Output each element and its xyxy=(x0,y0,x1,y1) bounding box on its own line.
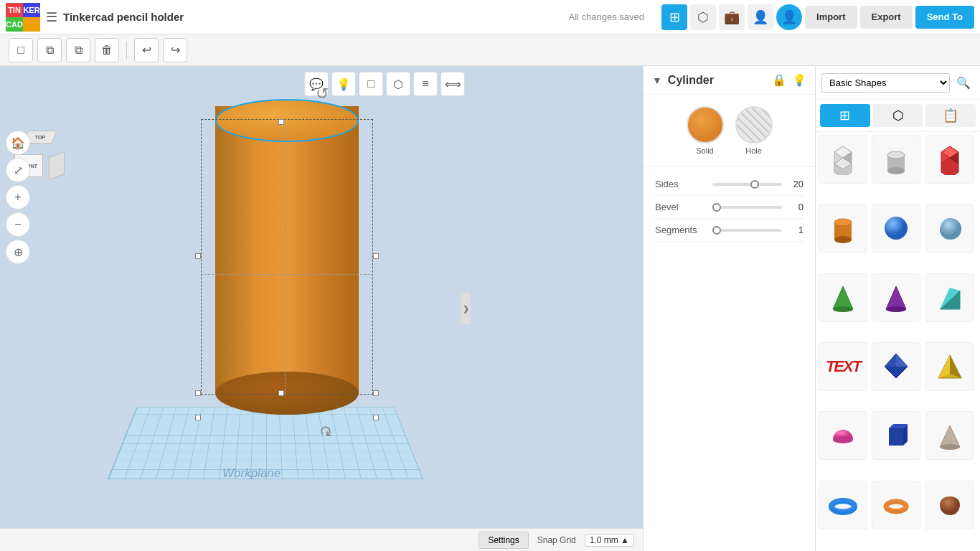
svg-point-17 xyxy=(833,306,853,312)
perspective-view-btn[interactable]: ⬡ xyxy=(690,4,716,30)
bevel-thumb[interactable] xyxy=(712,203,721,212)
svg-point-19 xyxy=(886,306,906,312)
bevel-slider[interactable] xyxy=(712,206,782,209)
shape-selector: Solid Hole xyxy=(644,95,815,166)
sides-thumb[interactable] xyxy=(750,180,759,189)
hole-option[interactable]: Hole xyxy=(735,106,773,155)
shape-box-red[interactable] xyxy=(925,135,974,184)
delete-btn[interactable]: 🗑 xyxy=(95,38,119,62)
shape-half-sphere-pink[interactable] xyxy=(819,411,867,460)
shape-diamond-blue[interactable] xyxy=(872,342,920,391)
svg-point-34 xyxy=(940,444,960,450)
rotate-bottom-handle[interactable]: ↺ xyxy=(319,421,332,440)
segments-label: Segments xyxy=(655,225,712,235)
shape-cone-purple[interactable] xyxy=(872,273,920,322)
canvas-area[interactable]: TOP FRONT 🏠 ⤢ + − ⊕ 💬 💡 □ ⬡ ≡ ⟺ xyxy=(0,66,643,551)
svg-point-14 xyxy=(834,219,852,226)
logo-k xyxy=(23,17,40,32)
project-title[interactable]: Tinkercad pencil holder xyxy=(63,11,184,23)
shape-cylinder-orange[interactable] xyxy=(819,204,867,253)
shape-cylinder-grey[interactable] xyxy=(872,135,920,184)
cylinder-object[interactable] xyxy=(201,99,373,415)
redo-btn[interactable]: ↪ xyxy=(163,38,187,62)
bottom-bar: Settings Snap Grid 1.0 mm ▲ xyxy=(0,528,643,551)
properties: Sides 20 Bevel 0 Segments 1 xyxy=(644,167,815,248)
handle-floor-right[interactable] xyxy=(373,415,379,420)
grid-view-btn[interactable]: ⊞ xyxy=(661,4,687,30)
lock-btn[interactable]: 🔒 xyxy=(772,73,786,87)
lib-category-select[interactable]: Basic Shapes xyxy=(821,73,950,93)
svg-point-29 xyxy=(833,436,853,443)
handle-floor-left[interactable] xyxy=(195,415,201,420)
handle-mid-right[interactable] xyxy=(373,253,379,259)
shape-box-grey[interactable] xyxy=(819,135,867,184)
shape-blob-brown[interactable] xyxy=(925,481,974,529)
bevel-value: 0 xyxy=(782,202,804,212)
hole-label: Hole xyxy=(745,146,762,155)
shape-sphere-blue[interactable] xyxy=(872,204,920,253)
bevel-label: Bevel xyxy=(655,202,712,212)
zoom-in-btn[interactable]: + xyxy=(6,185,30,209)
segments-value: 1 xyxy=(782,225,804,235)
topbar-right: ⊞ ⬡ 💼 👤 👤 Import Export Send To xyxy=(661,4,974,30)
svg-point-7 xyxy=(887,151,905,159)
panel-title: Cylinder xyxy=(668,74,766,87)
solid-option[interactable]: Solid xyxy=(687,106,724,155)
lib-tab-grid[interactable]: ⊞ xyxy=(820,104,870,127)
sides-row: Sides 20 xyxy=(655,173,804,196)
shape-text-red[interactable]: TEXT xyxy=(819,342,867,391)
send-to-btn[interactable]: Send To xyxy=(915,6,974,29)
segments-slider[interactable] xyxy=(712,229,782,232)
snap-grid-value[interactable]: 1.0 mm ▲ xyxy=(585,534,634,547)
undo-btn[interactable]: ↩ xyxy=(134,38,159,62)
toolbar-separator xyxy=(126,42,127,59)
shape-cone-grey[interactable] xyxy=(925,411,974,460)
add-collaborator-btn[interactable]: 👤 xyxy=(748,4,773,30)
sides-label: Sides xyxy=(655,179,712,189)
briefcase-btn[interactable]: 💼 xyxy=(719,4,745,30)
panel-collapse-btn[interactable]: ▼ xyxy=(652,75,662,86)
panel-collapse-arrow[interactable]: ❯ xyxy=(461,293,471,324)
settings-btn[interactable]: Settings xyxy=(479,532,528,549)
shape-pyramid-yellow[interactable] xyxy=(925,342,974,391)
svg-rect-30 xyxy=(889,428,903,446)
bevel-row: Bevel 0 xyxy=(655,196,804,219)
left-sidebar: 🏠 ⤢ + − ⊕ xyxy=(6,131,30,264)
sides-value: 20 xyxy=(782,179,804,189)
shape-cone-green[interactable] xyxy=(819,273,867,322)
fit-view-btn[interactable]: ⤢ xyxy=(6,158,30,182)
project-menu-icon[interactable]: ☰ xyxy=(46,9,57,25)
profile-btn[interactable]: 👤 xyxy=(776,4,802,30)
lib-search-btn[interactable]: 🔍 xyxy=(953,72,974,93)
shape-box-blue2[interactable] xyxy=(872,411,920,460)
orthographic-btn[interactable]: ⊕ xyxy=(6,240,30,264)
lightbulb-btn[interactable]: 💡 xyxy=(792,73,806,87)
solid-circle xyxy=(687,106,724,143)
handle-mid-left[interactable] xyxy=(195,253,201,259)
view-cube-top-label: TOP xyxy=(35,135,45,140)
logo[interactable]: TIN KER CAD xyxy=(6,3,40,32)
lib-tab-perspective[interactable]: ⬡ xyxy=(873,104,923,127)
lib-tab-list[interactable]: 📋 xyxy=(925,104,976,127)
new-btn[interactable]: □ xyxy=(9,38,33,62)
export-btn[interactable]: Export xyxy=(860,6,913,29)
home-view-btn[interactable]: 🏠 xyxy=(6,131,30,155)
handle-bottom-mid[interactable] xyxy=(278,390,284,396)
duplicate-btn[interactable]: ⧉ xyxy=(37,38,62,62)
handle-bottom-right[interactable] xyxy=(373,390,379,396)
hole-circle xyxy=(735,106,773,143)
svg-point-6 xyxy=(887,167,905,174)
sides-slider[interactable] xyxy=(712,183,782,186)
copy-btn[interactable]: ⧉ xyxy=(66,38,90,62)
handle-top-mid[interactable] xyxy=(278,119,284,125)
shape-torus-blue[interactable] xyxy=(819,481,867,529)
import-btn[interactable]: Import xyxy=(805,6,857,29)
shape-torus-orange[interactable] xyxy=(872,481,920,529)
segments-thumb[interactable] xyxy=(712,226,721,235)
handle-bottom-left[interactable] xyxy=(195,390,201,396)
lib-header: Basic Shapes 🔍 xyxy=(816,66,980,100)
shape-organic[interactable] xyxy=(925,204,974,253)
shape-wedge-teal[interactable] xyxy=(925,273,974,322)
logo-t: TIN xyxy=(6,3,23,17)
zoom-out-btn[interactable]: − xyxy=(6,212,30,237)
